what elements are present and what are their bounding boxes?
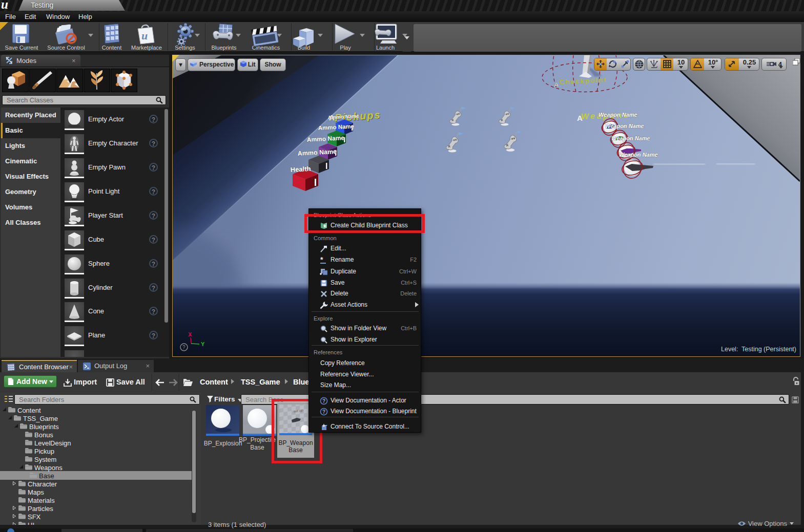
svg-text:X: X [188, 331, 192, 337]
svg-text:TSS_Game: TSS_Game [23, 415, 58, 422]
svg-text:Weapon Name: Weapon Name [605, 123, 644, 129]
svg-text:Testing (Persistent): Testing (Persistent) [741, 346, 796, 353]
svg-text:A: A [577, 114, 583, 122]
svg-text:Health: Health [290, 165, 311, 174]
svg-text:Bonus: Bonus [34, 431, 53, 439]
svg-text:System: System [34, 456, 56, 463]
svg-text:Character: Character [28, 480, 57, 488]
svg-text:Level:: Level: [721, 346, 738, 353]
svg-text:Content: Content [17, 407, 41, 414]
svg-text:?: ? [322, 409, 325, 415]
svg-text:Weapons: Weapons [34, 464, 63, 472]
svg-text:Weapon Name: Weapon Name [599, 112, 637, 118]
svg-text:A: A [554, 81, 559, 89]
svg-text:*: * [320, 256, 323, 264]
svg-text:Maps: Maps [28, 488, 44, 496]
svg-text:LevelDesign: LevelDesign [34, 439, 71, 447]
svg-text:Base: Base [39, 472, 54, 480]
svg-text:Particles: Particles [28, 505, 53, 513]
svg-text:Weapon Name: Weapon Name [619, 152, 658, 158]
svg-text:?: ? [182, 345, 185, 350]
svg-text:Pickup: Pickup [34, 448, 54, 455]
svg-text:Y: Y [201, 341, 205, 347]
svg-text:Materials: Materials [28, 497, 55, 504]
svg-text:SFX: SFX [28, 513, 41, 521]
svg-text:UI: UI [28, 521, 34, 525]
svg-text:Weapon Name: Weapon Name [611, 135, 650, 141]
svg-text:Blueprints: Blueprints [29, 423, 59, 431]
svg-text:u: u [141, 29, 148, 42]
svg-text:?: ? [322, 398, 325, 404]
